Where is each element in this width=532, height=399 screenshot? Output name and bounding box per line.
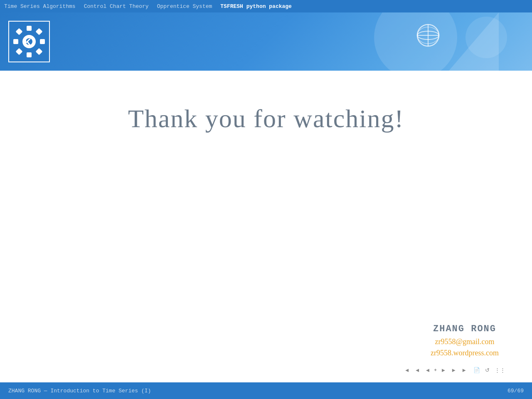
svg-rect-6 (16, 28, 23, 35)
nav-separator: ✦ (433, 367, 437, 373)
top-navigation: Time Series Algorithms Control Chart The… (0, 0, 532, 12)
header-banner: K (0, 12, 532, 71)
nav-next-button[interactable]: ► (439, 366, 448, 374)
slide-nav-controls: ◄ ◄ ◄ ✦ ► ► ► 📄 ↺ ⋮⋮ (403, 366, 507, 374)
svg-rect-1 (27, 52, 32, 57)
nav-item-opprentice[interactable]: Opprentice System (157, 3, 212, 10)
bottom-bar: ZHANG RONG — Introduction to Time Series… (0, 382, 532, 399)
nav-prev-section-button[interactable]: ◄ (413, 366, 422, 374)
nav-item-control-chart[interactable]: Control Chart Theory (84, 3, 149, 10)
nav-menu-button[interactable]: ⋮⋮ (493, 366, 507, 374)
nav-next-section-button[interactable]: ► (449, 366, 458, 374)
svg-rect-7 (36, 48, 43, 55)
footer-left-text: ZHANG RONG — Introduction to Time Series… (8, 388, 151, 394)
nav-item-tsfresh[interactable]: TSFRESH python package (220, 3, 292, 10)
nav-first-button[interactable]: ◄ (403, 366, 411, 374)
slide-area: Thank you for watching! ZHANG RONG zr955… (0, 71, 532, 399)
author-name: ZHANG RONG (431, 324, 499, 334)
author-block: ZHANG RONG zr9558@gmail.com zr9558.wordp… (431, 324, 499, 357)
nav-bookmark-icon[interactable]: 📄 (472, 366, 482, 374)
svg-rect-3 (40, 39, 45, 44)
main-content: Thank you for watching! ZHANG RONG zr955… (0, 71, 532, 382)
svg-rect-4 (36, 28, 43, 35)
svg-rect-0 (27, 26, 32, 31)
nav-item-time-series[interactable]: Time Series Algorithms (4, 3, 76, 10)
svg-rect-5 (16, 48, 23, 55)
svg-rect-2 (13, 39, 18, 44)
nav-rewind-button[interactable]: ↺ (483, 366, 491, 374)
svg-text:K: K (24, 37, 32, 48)
deco-triangle (449, 12, 499, 71)
page-indicator: 69/69 (507, 388, 524, 394)
thank-you-text: Thank you for watching! (128, 104, 404, 133)
nav-prev-button[interactable]: ◄ (424, 366, 432, 374)
author-blog: zr9558.wordpress.com (431, 349, 499, 357)
globe-icon (416, 23, 441, 48)
nav-last-button[interactable]: ► (460, 366, 468, 374)
kde-logo: K (8, 21, 50, 62)
author-email: zr9558@gmail.com (431, 337, 499, 346)
